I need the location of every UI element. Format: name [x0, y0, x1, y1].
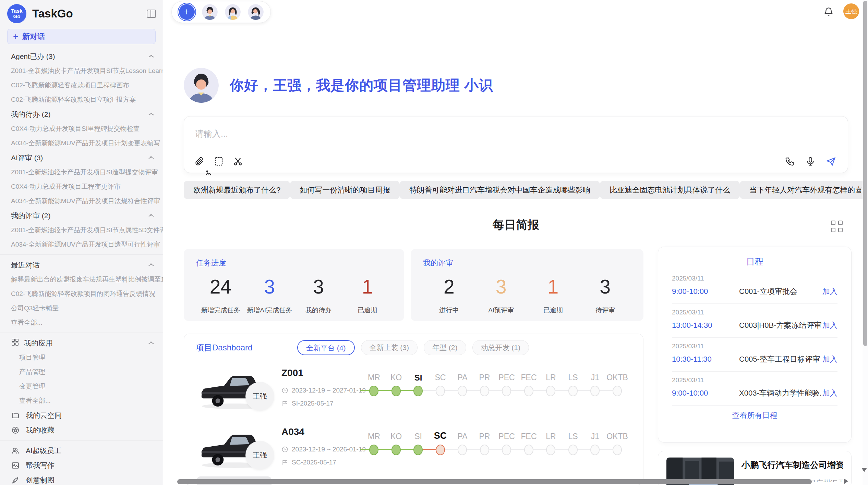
sidebar-item[interactable]: A034-全新新能源MUV产品开发项目造型可行性评审: [0, 237, 163, 252]
sidebar-item-favorites[interactable]: 我的收藏: [0, 423, 163, 437]
milestone-node-lr[interactable]: [546, 386, 555, 396]
chevron-up-icon[interactable]: [148, 113, 154, 116]
sidebar-item[interactable]: C0X4-动力总成开发项目工程变更评审: [0, 179, 163, 194]
milestone-node-si[interactable]: [413, 445, 423, 455]
chat-input[interactable]: [194, 126, 606, 141]
chevron-up-icon[interactable]: [148, 341, 154, 345]
app-item-change-mgmt[interactable]: 变更管理: [0, 379, 163, 394]
agent-avatar-3[interactable]: [248, 4, 264, 20]
sidebar-item[interactable]: Z001-全新燃油轻卡产品开发项目SI节点属性5D文件评审: [0, 223, 163, 237]
join-link[interactable]: 加入: [822, 320, 837, 331]
chevron-up-icon[interactable]: [148, 156, 154, 159]
milestone-node-pec[interactable]: [502, 386, 511, 396]
suggestion-chip[interactable]: 当下年轻人对汽车外观有怎样的喜好趋势: [740, 181, 868, 199]
cloud-space-label: 我的云空间: [26, 411, 62, 420]
milestone-node-ls[interactable]: [568, 386, 578, 396]
horizontal-scrollbar-thumb[interactable]: [177, 479, 812, 484]
microphone-icon[interactable]: [805, 156, 816, 166]
vertical-scrollbar-track[interactable]: [863, 0, 868, 485]
milestone-node-pr[interactable]: [480, 445, 489, 455]
sidebar-item[interactable]: A034-全新新能源MUV产品开发项目计划变更表编写: [0, 136, 163, 150]
sidebar-item[interactable]: Z001-全新燃油轻卡产品开发项目SI造型提交物评审: [0, 165, 163, 179]
tab-powertrain[interactable]: 动总开发 (1): [472, 340, 529, 355]
milestone-node-sc[interactable]: [436, 386, 445, 396]
chevron-up-icon[interactable]: [148, 55, 154, 58]
milestone-node-mr[interactable]: [369, 386, 378, 396]
join-link[interactable]: 加入: [822, 286, 837, 297]
sidebar-item[interactable]: C02-飞腾新能源轻客改款项目里程碑画布: [0, 78, 163, 92]
view-all-schedule-link[interactable]: 查看所有日程: [672, 410, 837, 421]
milestone-node-lr[interactable]: [546, 445, 555, 455]
section-header-my-todo[interactable]: 我的待办 (2): [0, 107, 163, 122]
send-icon[interactable]: [826, 156, 836, 166]
milestone-node-pa[interactable]: [458, 445, 467, 455]
section-header-my-review[interactable]: 我的评审 (2): [0, 208, 163, 223]
layout-grid-icon[interactable]: [831, 221, 843, 232]
join-link[interactable]: 加入: [822, 354, 837, 364]
section-header-agent-done[interactable]: Agent已办 (3): [0, 49, 163, 64]
suggestion-chip[interactable]: 欧洲新规最近颁布了什么?: [184, 181, 290, 199]
agent-avatar-2[interactable]: [225, 4, 241, 20]
sidebar-item-help-write[interactable]: 帮我写作: [0, 458, 163, 473]
vertical-scrollbar-thumb[interactable]: [863, 1, 867, 346]
scroll-down-arrow[interactable]: [861, 468, 867, 472]
recent-chat-item[interactable]: 公司Q3轻卡销量: [0, 301, 163, 315]
view-all-apps-link[interactable]: 查看全部...: [0, 394, 163, 408]
join-link[interactable]: 加入: [822, 388, 837, 398]
attachment-icon[interactable]: [194, 156, 205, 166]
sidebar-header: Task Go TaskGo: [0, 0, 163, 27]
tab-new-platform[interactable]: 全新平台 (4): [297, 340, 355, 355]
milestone-node-oktb[interactable]: [613, 445, 622, 455]
tab-model-year[interactable]: 年型 (2): [424, 340, 466, 355]
schedule-name: C001-立项审批会: [730, 286, 822, 297]
notification-bell-icon[interactable]: [823, 6, 834, 16]
milestone-node-j1[interactable]: [590, 386, 600, 396]
chevron-up-icon[interactable]: [148, 263, 154, 266]
sidebar-item-creative-draw[interactable]: 创意制图: [0, 473, 163, 485]
collapse-sidebar-icon[interactable]: [147, 10, 156, 18]
schedule-time: 13:00-14:30: [672, 321, 730, 330]
section-header-ai-review[interactable]: AI评审 (3): [0, 150, 163, 165]
agent-avatar-1[interactable]: [202, 4, 218, 20]
milestone-node-fec[interactable]: [524, 445, 533, 455]
milestone-node-ko[interactable]: [391, 445, 401, 455]
milestone-node-sc[interactable]: [436, 445, 445, 455]
scroll-right-arrow[interactable]: [844, 478, 848, 484]
milestone-node-pec[interactable]: [502, 445, 511, 455]
section-header-my-apps[interactable]: 我的应用: [0, 336, 163, 350]
image-upload-icon[interactable]: [214, 156, 224, 166]
app-item-project-mgmt[interactable]: 项目管理: [0, 350, 163, 365]
tab-new-body[interactable]: 全新上装 (3): [361, 340, 418, 355]
chevron-up-icon[interactable]: [148, 214, 154, 217]
milestone-node-pa[interactable]: [458, 386, 467, 396]
milestone-node-fec[interactable]: [524, 386, 533, 396]
milestone-node-si[interactable]: [413, 386, 423, 396]
app-window: Task Go TaskGo + 新对话 Agent已办 (3) Z001-全新…: [0, 0, 868, 485]
view-all-recent-link[interactable]: 查看全部...: [0, 315, 163, 330]
phone-icon[interactable]: [785, 156, 795, 166]
stat-1-3: 3待评审: [579, 276, 631, 315]
app-item-product-mgmt[interactable]: 产品管理: [0, 365, 163, 379]
sidebar-item[interactable]: A034-全新新能源MUV产品开发项目法规符合性评审: [0, 194, 163, 208]
milestone-node-pr[interactable]: [480, 386, 489, 396]
milestone-node-ko[interactable]: [391, 386, 401, 396]
section-header-recent-chats[interactable]: 最近对话: [0, 258, 163, 272]
add-agent-button[interactable]: +: [179, 4, 195, 20]
sidebar-item[interactable]: C02-飞腾新能源轻客改款项目立项汇报方案: [0, 92, 163, 107]
sidebar-item-cloud-space[interactable]: 我的云空间: [0, 408, 163, 423]
milestone-node-mr[interactable]: [369, 445, 378, 455]
new-chat-button[interactable]: + 新对话: [7, 29, 156, 44]
sidebar-item[interactable]: C0X4-动力总成开发项目SI里程碑提交物检查: [0, 122, 163, 136]
milestone-node-j1[interactable]: [590, 445, 600, 455]
scissors-icon[interactable]: [233, 156, 243, 166]
milestone-node-oktb[interactable]: [613, 386, 622, 396]
recent-chat-item[interactable]: 解释最新出台的欧盟报废车法规再生塑料比例被调至15%...: [0, 272, 163, 287]
recent-chat-item[interactable]: C02-飞腾新能源轻客改款项目的闭环通告反馈情况: [0, 287, 163, 301]
sidebar-item-ai-employee[interactable]: AI超级员工: [0, 443, 163, 458]
suggestion-chip[interactable]: 比亚迪全固态电池计划具体说了什么: [600, 181, 740, 199]
user-avatar[interactable]: 王强: [843, 3, 859, 19]
suggestion-chip[interactable]: 特朗普可能对进口汽车增税会对中国车企造成哪些影响: [400, 181, 600, 199]
suggestion-chip[interactable]: 如何写一份清晰的项目周报: [290, 181, 400, 199]
sidebar-item[interactable]: Z001-全新燃油皮卡产品开发项目SI节点Lesson Learn报告: [0, 64, 163, 78]
milestone-node-ls[interactable]: [568, 445, 578, 455]
